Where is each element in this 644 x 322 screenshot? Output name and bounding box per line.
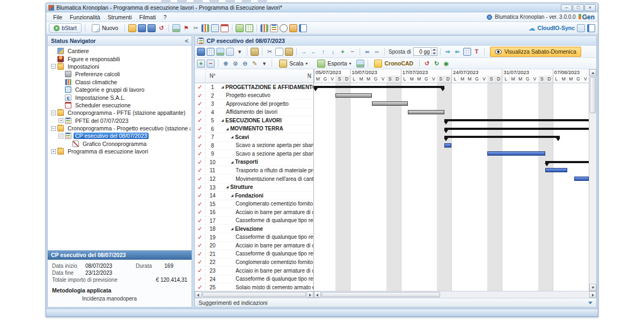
collapse-task-icon[interactable] (221, 86, 224, 89)
task-row[interactable]: ✓5ESECUZIONE LAVORI (195, 116, 313, 125)
tree-item-label[interactable]: Categorie e gruppi di lavoro (74, 86, 146, 93)
task-name[interactable]: Acciaio in barre per armature di conglom (219, 241, 313, 250)
collapse-node-icon[interactable]: − (51, 126, 56, 131)
task-row[interactable]: ✓25Solaio misto di cemento armato e late… (195, 283, 313, 291)
minimize-button[interactable]: – (561, 4, 572, 11)
task-name[interactable]: Affidamento dei lavori (219, 108, 313, 116)
scroll-up-icon[interactable] (589, 69, 596, 76)
tree-item[interactable]: Classi climatiche (49, 78, 191, 86)
tree-item-label[interactable]: Programma di esecuzione lavori (66, 148, 150, 155)
text-height-icon[interactable]: T (473, 48, 481, 56)
active-bar[interactable] (487, 151, 545, 156)
task-row[interactable]: ✓18Elevazione (195, 225, 313, 233)
collapse-task-icon[interactable] (231, 136, 233, 138)
window-titlebar[interactable]: Blumatica Kronoplan - Programma di esecu… (46, 3, 598, 12)
table-icon[interactable] (211, 24, 219, 32)
task-name[interactable]: Conglomerato cementizio fornito e posto (219, 200, 313, 208)
image-icon[interactable] (356, 60, 364, 68)
vertical-scrollbar[interactable] (589, 69, 596, 291)
grid-hscrollbar[interactable] (195, 291, 314, 298)
menu-strumenti[interactable]: Strumenti (104, 14, 136, 20)
upload-icon[interactable] (289, 24, 297, 32)
collapse-sidebar-icon[interactable]: < (185, 38, 188, 44)
tree-item[interactable]: Figure e responsabili (49, 55, 191, 62)
task-name[interactable]: Casseforme di qualunque tipo rette o ce (219, 233, 313, 241)
edit-icon[interactable]: ✎ (251, 60, 259, 68)
unlink-icon[interactable]: ∞ (373, 48, 381, 56)
column-header-name[interactable]: N (219, 73, 313, 79)
link-icon[interactable]: ∞ (363, 48, 371, 56)
add-task-icon[interactable]: + (339, 48, 347, 56)
task-row[interactable]: ✓7Scavi (195, 133, 313, 142)
move-down-icon[interactable]: ↓ (329, 48, 337, 56)
task-row[interactable]: ✓11Trasporto a rifiuto di materiale prov… (195, 166, 313, 175)
tree-item[interactable]: Preferenze calcoli (49, 70, 191, 78)
task-row[interactable]: ✓22Conglomerato cementizio fornito e pos… (195, 258, 313, 267)
save-icon[interactable] (197, 48, 205, 56)
task-row[interactable]: ✓17Casseforme di qualunque tipo rette o … (195, 217, 313, 225)
scroll-right-icon[interactable] (306, 291, 313, 298)
task-row[interactable]: ✓20Acciaio in barre per armature di cong… (195, 241, 313, 250)
tree-item-label[interactable]: Impostazioni (66, 63, 101, 70)
task-name[interactable]: Casseforme di qualunque tipo rette o cen (219, 275, 313, 283)
task-name[interactable]: Acciaio in barre per armature di conglom (219, 208, 313, 216)
chart-calendar-icon[interactable] (260, 24, 268, 32)
tree-item[interactable]: −Cronoprogramma - PFTE (stazione appalta… (49, 109, 191, 116)
task-bar[interactable] (335, 93, 371, 98)
export-grid-icon[interactable] (236, 24, 244, 32)
tree-item[interactable]: €Impostazione S.A.L. (49, 93, 191, 101)
tree-item[interactable]: +PFTE del 07/07/2023 (49, 117, 191, 125)
summary-bar[interactable] (545, 161, 589, 163)
copy-icon[interactable] (275, 48, 283, 56)
task-name[interactable]: Scavo a sezione aperta per sbancamento (219, 150, 313, 158)
save-icon[interactable] (138, 24, 146, 32)
task-name[interactable]: Strutture (219, 184, 313, 192)
task-row[interactable]: ✓16Acciaio in barre per armature di cong… (195, 208, 313, 217)
task-row[interactable]: ✓1PROGETTAZIONE E AFFIDAMENTO LAVORI (195, 83, 313, 92)
collapse-node-icon[interactable]: − (51, 111, 56, 115)
cloud-sync-label[interactable]: CloudIO-Sync (538, 25, 575, 31)
collapse-node-icon[interactable]: − (58, 134, 63, 138)
menu-filmati[interactable]: Filmati (135, 14, 159, 20)
task-row[interactable]: ✓24Casseforme di qualunque tipo rette o … (195, 275, 313, 284)
nuovo-button[interactable]: Nuovo (89, 23, 121, 33)
tree-item-label[interactable]: Cantiere (66, 48, 91, 54)
task-row[interactable]: ✓3Approvazione del progetto (195, 100, 313, 108)
task-name[interactable]: Casseforme di qualunque tipo rette o cen (219, 217, 313, 225)
tree-item-label[interactable]: Grafico Cronoprogramma (81, 141, 148, 147)
task-name[interactable]: Movimentazione nell'area di cantiere di … (219, 175, 313, 183)
task-name[interactable]: Progetto esecutivo (219, 92, 313, 100)
tree-item-label[interactable]: PFTE del 07/07/2023 (74, 118, 130, 124)
gantt-icon[interactable] (270, 24, 278, 32)
task-name[interactable]: Approvazione del progetto (219, 100, 313, 108)
visualizza-weekend-button[interactable]: Visualizza Sabato-Domenica (490, 47, 581, 57)
move-left-icon[interactable]: ← (310, 48, 318, 56)
vertical-scrollbar-thumb[interactable] (590, 77, 596, 113)
task-row[interactable]: ✓14Fondazioni (195, 192, 313, 200)
tree-item[interactable]: Scheduler esecuzione (49, 101, 191, 109)
move-up-icon[interactable]: ↑ (319, 48, 327, 56)
sposta-value[interactable]: 0 gg (414, 48, 431, 55)
tree-item-label[interactable]: Cronoprogramma - Progetto esecutivo (sta… (66, 125, 191, 131)
task-name[interactable]: Solaio misto di cemento armato e lateriz (219, 283, 313, 291)
task-name[interactable]: Fondazioni (219, 192, 313, 200)
task-name[interactable]: Elevazione (219, 225, 313, 233)
image-icon[interactable] (172, 24, 180, 32)
menu-funzionalit[interactable]: Funzionalità (66, 14, 104, 20)
bstart-button[interactable]: bStart (49, 23, 82, 33)
spin-down-icon[interactable] (431, 52, 437, 55)
tree-item[interactable]: Grafico Cronoprogramma (49, 140, 191, 148)
esporta-dropdown[interactable]: Esporta ▾ (313, 58, 355, 68)
cut-icon[interactable]: ✂ (266, 48, 274, 56)
image-icon[interactable] (216, 48, 224, 56)
tree-item[interactable]: −CP esecutivo del 08/07/2023 (49, 132, 191, 140)
window-icon[interactable] (226, 48, 234, 56)
undo-icon[interactable]: ↺ (423, 60, 431, 68)
open-folder-icon[interactable] (128, 24, 136, 32)
tree-item-label-selected[interactable]: CP esecutivo del 08/07/2023 (74, 133, 149, 139)
confirm-icon[interactable]: ◉ (442, 60, 450, 68)
outdent-icon[interactable]: ⇐ (453, 48, 462, 56)
active-bar[interactable] (545, 168, 567, 172)
suggestions-bar[interactable]: Suggerimenti ed indicazioni (195, 298, 596, 307)
clipboard-icon[interactable] (285, 48, 293, 56)
